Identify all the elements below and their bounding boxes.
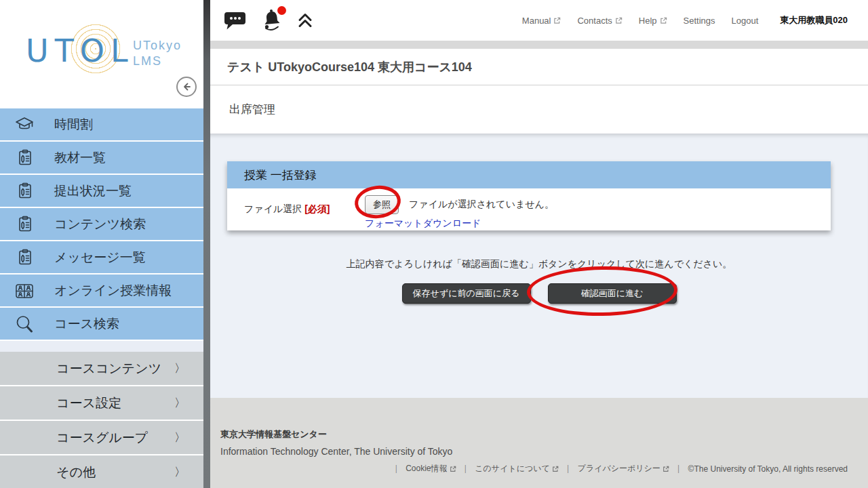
sidebar-item-label: 教材一覧 <box>54 149 106 167</box>
sidebar-item-label: 提出状況一覧 <box>54 182 132 200</box>
content-search-icon <box>14 214 35 235</box>
privacy-policy-link[interactable]: プライバシーポリシー <box>578 463 669 474</box>
file-select-control: 参照 ファイルが選択されていません。 フォーマットダウンロード <box>365 188 554 230</box>
bell-icon[interactable] <box>258 7 284 33</box>
sidebar-item-messages[interactable]: メッセージ一覧 <box>0 241 203 274</box>
sidebar-item-label: メッセージ一覧 <box>54 249 146 266</box>
sidebar-item-others[interactable]: その他 〉 <box>0 455 203 488</box>
chevron-right-icon: 〉 <box>174 361 186 376</box>
instruction-text: 上記内容でよろしければ「確認画面に進む」ボタンをクリックして次に進んでください。 <box>210 258 868 270</box>
topbar-gap <box>210 41 868 49</box>
notification-badge <box>277 6 286 15</box>
sidebar-item-online-class-info[interactable]: オンライン授業情報 <box>0 274 203 308</box>
footer-links-row: ｜ Cookie情報 ｜ このサイトについて ｜ プライバシーポリシー <box>220 463 848 474</box>
content-area: 授業 一括登録 ファイル選択 [必須] 参照 ファイルが選択されていません。 フ… <box>210 134 868 398</box>
required-badge: [必須] <box>304 203 330 214</box>
course-title: テスト UTokyoCourse104 東大用コース104 <box>227 59 472 75</box>
sidebar-item-materials[interactable]: 教材一覧 <box>0 142 203 175</box>
materials-list-icon <box>14 147 35 169</box>
logout-link[interactable]: Logout <box>732 16 759 26</box>
chat-icon[interactable] <box>224 10 246 30</box>
panel-body: ファイル選択 [必須] 参照 ファイルが選択されていません。 フォーマットダウン… <box>227 188 831 230</box>
external-link-icon <box>663 466 669 472</box>
chevron-right-icon: 〉 <box>174 395 186 411</box>
sidebar-item-course-group[interactable]: コースグループ 〉 <box>0 421 203 455</box>
message-list-icon <box>14 247 35 268</box>
sidebar-item-label: オンライン授業情報 <box>54 282 172 300</box>
settings-link[interactable]: Settings <box>684 16 715 26</box>
external-link-icon <box>450 466 456 472</box>
topbar: Manual Contacts Help Settings <box>210 0 868 41</box>
collapse-all-icon[interactable] <box>296 12 314 29</box>
proceed-to-confirm-button[interactable]: 確認画面に進む <box>548 283 677 304</box>
page-title-row: 出席管理 <box>210 85 868 134</box>
sidebar-item-label: コース検索 <box>54 315 119 333</box>
panel-title: 授業 一括登録 <box>244 167 317 183</box>
logo-area: UTOL UTokyo LMS <box>0 0 203 108</box>
sidebar-section-gap <box>0 341 203 352</box>
footer-org-en: Information Technology Center, The Unive… <box>220 446 848 457</box>
graduation-cap-icon <box>14 114 35 136</box>
manual-link[interactable]: Manual <box>522 16 561 26</box>
about-site-link[interactable]: このサイトについて <box>475 463 559 474</box>
no-file-selected-text: ファイルが選択されていません。 <box>409 199 554 211</box>
sidebar-main-divider <box>203 0 210 488</box>
external-link-icon <box>552 466 559 472</box>
sidebar-item-label: コース設定 <box>56 394 121 412</box>
arrow-left-icon <box>180 81 193 93</box>
contacts-link[interactable]: Contacts <box>577 16 622 26</box>
chevron-right-icon: 〉 <box>174 430 186 445</box>
back-without-save-button[interactable]: 保存せずに前の画面に戻る <box>402 283 531 304</box>
external-link-icon <box>615 17 623 24</box>
title-block: テスト UTokyoCourse104 東大用コース104 出席管理 <box>210 49 868 134</box>
topbar-nav: Manual Contacts Help Settings <box>522 14 848 26</box>
browse-button[interactable]: 参照 <box>365 195 399 214</box>
sidebar-collapse-button[interactable] <box>176 77 197 97</box>
utol-logo: UTOL <box>26 33 134 69</box>
submission-list-icon <box>14 180 35 202</box>
topbar-icon-group <box>224 7 314 33</box>
chevron-right-icon: 〉 <box>174 464 186 480</box>
sidebar-item-label: 時間割 <box>54 116 93 134</box>
external-link-icon <box>660 17 667 24</box>
sidebar-item-content-search[interactable]: コンテンツ検索 <box>0 208 203 241</box>
sidebar-item-label: コンテンツ検索 <box>54 216 146 233</box>
online-class-icon <box>14 280 35 302</box>
panel-header: 授業 一括登録 <box>227 161 831 188</box>
sidebar-item-submission-status[interactable]: 提出状況一覧 <box>0 175 203 208</box>
external-link-icon <box>553 17 561 24</box>
format-download-link[interactable]: フォーマットダウンロード <box>365 218 481 230</box>
sidebar-item-course-contents[interactable]: コースコンテンツ 〉 <box>0 352 203 386</box>
copyright-text: ©The University of Tokyo, All rights res… <box>688 464 848 474</box>
course-search-icon <box>14 313 35 335</box>
course-title-row: テスト UTokyoCourse104 東大用コース104 <box>210 49 868 85</box>
sidebar-item-label: コースコンテンツ <box>56 360 161 378</box>
sidebar: UTOL UTokyo LMS 時間割 教材一覧 <box>0 0 203 488</box>
bulk-register-panel: 授業 一括登録 ファイル選択 [必須] 参照 ファイルが選択されていません。 フ… <box>227 161 831 230</box>
help-link[interactable]: Help <box>639 16 667 26</box>
file-select-label: ファイル選択 [必須] <box>244 188 365 230</box>
file-input-row: 参照 ファイルが選択されていません。 <box>365 195 554 214</box>
footer-org-jp: 東京大学情報基盤センター <box>220 428 848 441</box>
cookie-info-link[interactable]: Cookie情報 <box>406 463 456 474</box>
utol-logo-subtitle: UTokyo LMS <box>133 38 182 69</box>
sidebar-item-timetable[interactable]: 時間割 <box>0 108 203 142</box>
sidebar-item-label: コースグループ <box>56 429 148 447</box>
sidebar-item-course-settings[interactable]: コース設定 〉 <box>0 386 203 421</box>
action-button-row: 保存せずに前の画面に戻る 確認画面に進む <box>210 283 868 304</box>
page-title: 出席管理 <box>229 102 275 117</box>
sidebar-item-course-search[interactable]: コース検索 <box>0 308 203 341</box>
footer: 東京大学情報基盤センター Information Technology Cent… <box>210 398 868 488</box>
main-area: Manual Contacts Help Settings <box>210 0 868 488</box>
sidebar-item-label: その他 <box>56 464 96 481</box>
current-user-name[interactable]: 東大用教職員020 <box>780 14 848 26</box>
